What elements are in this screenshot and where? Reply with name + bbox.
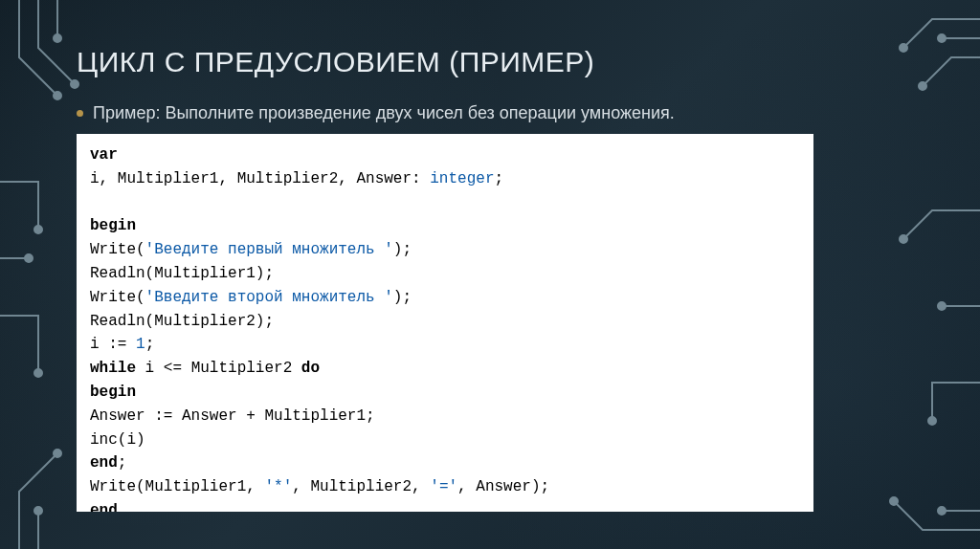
code-number: 1 (136, 336, 145, 353)
code-text: ; (145, 336, 155, 353)
code-string: '=' (430, 478, 457, 495)
code-kw: begin (90, 384, 136, 401)
svg-point-2 (54, 34, 61, 42)
code-kw: end (90, 502, 118, 512)
subtitle-text: Пример: Выполните произведение двух чисе… (93, 103, 675, 123)
code-text: , Multiplier2, (292, 478, 430, 495)
svg-point-4 (25, 254, 33, 262)
svg-point-8 (900, 44, 907, 52)
code-text: Readln(Multiplier1); (90, 265, 274, 282)
code-kw: while (90, 360, 136, 377)
code-text: ); (393, 241, 412, 258)
code-text: Answer := Answer + Multiplier1; (90, 407, 375, 425)
code-text: ; (118, 454, 127, 472)
code-text: i, Multiplier1, Multiplier2, Answer: (90, 170, 430, 187)
code-text: i := (90, 336, 136, 353)
svg-point-12 (938, 302, 946, 310)
code-text: inc(i) (90, 431, 145, 449)
slide-title: ЦИКЛ С ПРЕДУСЛОВИЕМ (ПРИМЕР) (77, 46, 594, 78)
code-block: var i, Multiplier1, Multiplier2, Answer:… (77, 134, 813, 512)
code-kw: var (90, 146, 118, 164)
svg-point-6 (54, 450, 61, 457)
code-text: Readln(Multiplier2); (90, 313, 274, 330)
code-text: . (118, 502, 127, 512)
svg-point-15 (938, 507, 946, 515)
code-text: , Answer); (457, 478, 549, 495)
svg-point-3 (34, 226, 42, 233)
svg-point-14 (890, 497, 898, 505)
code-text: Write( (90, 241, 145, 258)
svg-point-11 (900, 235, 907, 243)
svg-point-10 (919, 82, 926, 90)
svg-point-0 (54, 92, 61, 99)
svg-point-7 (34, 507, 42, 515)
svg-point-5 (34, 369, 42, 377)
code-kw: do (301, 360, 320, 377)
code-text: i <= Multiplier2 (136, 360, 301, 377)
code-string: 'Введите второй множитель ' (145, 289, 393, 306)
code-text: ); (393, 289, 412, 306)
code-string: '*' (264, 478, 292, 495)
bullet-icon (77, 110, 83, 117)
code-kw: begin (90, 217, 136, 234)
subtitle-row: Пример: Выполните произведение двух чисе… (77, 103, 675, 123)
code-text: Write( (90, 289, 145, 306)
svg-point-9 (938, 34, 946, 42)
code-kw: end (90, 454, 118, 472)
code-string: 'Веедите первый множитель ' (145, 241, 393, 258)
code-type: integer (430, 170, 494, 187)
code-text: ; (494, 170, 503, 187)
code-text: Write(Multiplier1, (90, 478, 264, 495)
svg-point-13 (928, 417, 936, 425)
svg-point-1 (71, 80, 78, 88)
